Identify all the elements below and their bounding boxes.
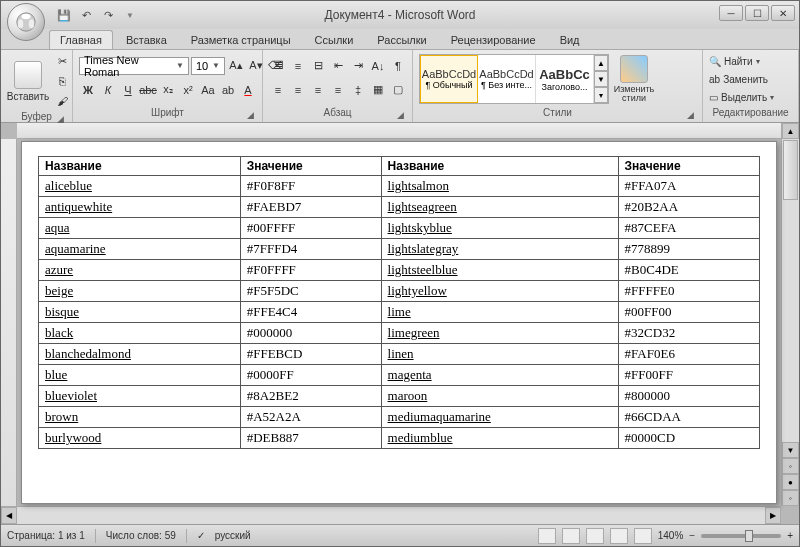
tab-view[interactable]: Вид — [549, 30, 591, 49]
title-bar: 💾 ↶ ↷ ▼ Документ4 - Microsoft Word ─ ☐ ✕ — [1, 1, 799, 29]
style-no-spacing[interactable]: AaBbCcDd ¶ Без инте... — [478, 55, 536, 103]
tab-review[interactable]: Рецензирование — [440, 30, 547, 49]
view-full-screen-icon[interactable] — [562, 528, 580, 544]
status-page[interactable]: Страница: 1 из 1 — [7, 530, 85, 541]
styles-gallery[interactable]: AaBbCcDd ¶ Обычный AaBbCcDd ¶ Без инте..… — [419, 54, 609, 104]
multilevel-icon[interactable]: ⊟ — [309, 57, 327, 75]
sort-icon[interactable]: A↓ — [369, 57, 387, 75]
superscript-icon[interactable]: x² — [179, 81, 197, 99]
change-case-icon[interactable]: Aa — [199, 81, 217, 99]
scrollbar-horizontal[interactable]: ◀ ▶ — [1, 506, 781, 524]
zoom-in-icon[interactable]: + — [787, 530, 793, 541]
scrollbar-vertical[interactable]: ▲ ▼ ◦ ● ◦ — [781, 123, 799, 506]
tab-insert[interactable]: Вставка — [115, 30, 178, 49]
tab-references[interactable]: Ссылки — [304, 30, 365, 49]
chevron-down-icon: ▼ — [212, 61, 220, 70]
paste-label: Вставить — [7, 91, 49, 102]
scroll-down-icon[interactable]: ▼ — [782, 442, 799, 458]
scroll-left-icon[interactable]: ◀ — [1, 507, 17, 524]
style-normal[interactable]: AaBbCcDd ¶ Обычный — [420, 55, 478, 103]
status-proofing-icon[interactable]: ✓ — [197, 530, 205, 541]
style-heading1[interactable]: AaBbCc Заголово... — [536, 55, 594, 103]
increase-indent-icon[interactable]: ⇥ — [349, 57, 367, 75]
align-right-icon[interactable]: ≡ — [309, 81, 327, 99]
document-page[interactable]: НазваниеЗначениеНазваниеЗначение alicebl… — [21, 141, 777, 504]
justify-icon[interactable]: ≡ — [329, 81, 347, 99]
color-value-cell: #8A2BE2 — [240, 386, 381, 407]
highlight-icon[interactable]: ab — [219, 81, 237, 99]
browse-object-icon[interactable]: ● — [782, 474, 799, 490]
minimize-button[interactable]: ─ — [719, 5, 743, 21]
table-row: beige#F5F5DClightyellow#FFFFE0 — [39, 281, 760, 302]
paragraph-launcher-icon[interactable]: ◢ — [394, 108, 406, 120]
zoom-slider[interactable] — [701, 534, 781, 538]
qat-dropdown-icon[interactable]: ▼ — [121, 6, 139, 24]
tab-home[interactable]: Главная — [49, 30, 113, 49]
gallery-scroll[interactable]: ▲▼▾ — [594, 55, 608, 103]
subscript-icon[interactable]: x₂ — [159, 81, 177, 99]
next-page-icon[interactable]: ◦ — [782, 490, 799, 506]
strike-icon[interactable]: abc — [139, 81, 157, 99]
view-draft-icon[interactable] — [634, 528, 652, 544]
ruler-vertical[interactable] — [1, 139, 17, 524]
undo-icon[interactable]: ↶ — [77, 6, 95, 24]
close-button[interactable]: ✕ — [771, 5, 795, 21]
font-launcher-icon[interactable]: ◢ — [244, 108, 256, 120]
ruler-horizontal[interactable] — [17, 123, 781, 139]
group-font: Times New Roman▼ 10▼ A▴ A▾ ⌫ Ж К Ч abc x… — [73, 50, 263, 122]
cut-icon[interactable]: ✂ — [53, 52, 71, 70]
replace-button[interactable]: abЗаменить — [709, 71, 768, 88]
zoom-out-icon[interactable]: − — [689, 530, 695, 541]
styles-launcher-icon[interactable]: ◢ — [684, 108, 696, 120]
color-name-cell: aliceblue — [39, 176, 241, 197]
color-name-cell: brown — [39, 407, 241, 428]
borders-icon[interactable]: ▢ — [389, 81, 407, 99]
status-language[interactable]: русский — [215, 530, 251, 541]
prev-page-icon[interactable]: ◦ — [782, 458, 799, 474]
font-size-combo[interactable]: 10▼ — [191, 57, 225, 75]
shading-icon[interactable]: ▦ — [369, 81, 387, 99]
maximize-button[interactable]: ☐ — [745, 5, 769, 21]
color-value-cell: #F0F8FF — [240, 176, 381, 197]
color-name-cell: bisque — [39, 302, 241, 323]
view-outline-icon[interactable] — [610, 528, 628, 544]
bullets-icon[interactable]: ≣ — [269, 57, 287, 75]
numbering-icon[interactable]: ≡ — [289, 57, 307, 75]
decrease-indent-icon[interactable]: ⇤ — [329, 57, 347, 75]
show-marks-icon[interactable]: ¶ — [389, 57, 407, 75]
color-value-cell: #FFFFE0 — [618, 281, 759, 302]
tab-mailings[interactable]: Рассылки — [366, 30, 437, 49]
color-name-cell: azure — [39, 260, 241, 281]
align-center-icon[interactable]: ≡ — [289, 81, 307, 99]
find-button[interactable]: 🔍Найти ▾ — [709, 53, 760, 70]
align-left-icon[interactable]: ≡ — [269, 81, 287, 99]
save-icon[interactable]: 💾 — [55, 6, 73, 24]
paste-button[interactable]: Вставить — [7, 54, 49, 108]
scroll-right-icon[interactable]: ▶ — [765, 507, 781, 524]
format-painter-icon[interactable]: 🖌 — [53, 92, 71, 110]
svg-point-2 — [18, 19, 24, 28]
table-row: antiquewhite#FAEBD7lightseagreen#20B2AA — [39, 197, 760, 218]
line-spacing-icon[interactable]: ‡ — [349, 81, 367, 99]
view-print-layout-icon[interactable] — [538, 528, 556, 544]
font-color-icon[interactable]: A — [239, 81, 257, 99]
view-web-layout-icon[interactable] — [586, 528, 604, 544]
grow-font-icon[interactable]: A▴ — [227, 57, 245, 75]
status-words[interactable]: Число слов: 59 — [106, 530, 176, 541]
color-name-cell: lightsteelblue — [381, 260, 618, 281]
font-name-combo[interactable]: Times New Roman▼ — [79, 57, 189, 75]
redo-icon[interactable]: ↷ — [99, 6, 117, 24]
scroll-up-icon[interactable]: ▲ — [782, 123, 799, 139]
tab-page-layout[interactable]: Разметка страницы — [180, 30, 302, 49]
underline-icon[interactable]: Ч — [119, 81, 137, 99]
select-button[interactable]: ▭Выделить ▾ — [709, 89, 774, 106]
bold-icon[interactable]: Ж — [79, 81, 97, 99]
table-row: black#000000limegreen#32CD32 — [39, 323, 760, 344]
status-zoom[interactable]: 140% — [658, 530, 684, 541]
office-button[interactable] — [7, 3, 45, 41]
color-name-cell: aquamarine — [39, 239, 241, 260]
copy-icon[interactable]: ⎘ — [53, 72, 71, 90]
italic-icon[interactable]: К — [99, 81, 117, 99]
scroll-thumb[interactable] — [783, 140, 798, 200]
change-styles-button[interactable]: Изменить стили — [613, 52, 655, 106]
